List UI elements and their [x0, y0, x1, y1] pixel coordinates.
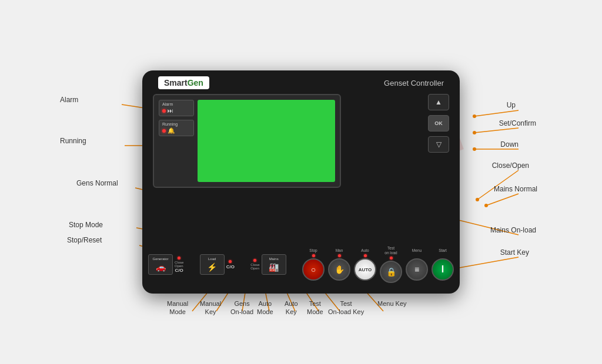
svg-point-35	[484, 204, 488, 207]
generator-icon: 🚗	[156, 262, 166, 272]
generator-relay-section: Generator 🚗 CloseOpen C/O	[148, 254, 183, 275]
ann-auto-key: AutoKey	[285, 299, 298, 316]
alarm-led	[162, 109, 166, 113]
ann-alarm: Alarm	[60, 96, 78, 105]
ann-menu-key: Menu Key	[377, 299, 407, 308]
brand-smart: Smart	[164, 78, 188, 87]
ann-mains-on-load: Mains On-load	[490, 226, 536, 235]
nav-buttons-group: ▲ OK ▽	[428, 94, 449, 153]
stop-label: Stop	[309, 248, 317, 253]
ann-close-open: Close/Open	[492, 161, 529, 171]
ann-gens-on-load: GensOn-load	[230, 299, 253, 316]
up-button[interactable]: ▲	[428, 94, 449, 110]
menu-label: Menu	[412, 248, 422, 253]
auto-label: Auto	[361, 248, 369, 253]
stop-button[interactable]: ○	[302, 258, 325, 281]
generator-relay-block: Generator 🚗	[148, 254, 173, 275]
stop-indicator-led	[312, 254, 315, 257]
lcd-screen	[198, 100, 335, 182]
alarm-label: Alarm	[162, 102, 173, 106]
ann-manual-key: ManualKey	[200, 299, 221, 316]
svg-line-26	[474, 110, 519, 116]
load-led	[229, 260, 232, 263]
man-label: Man	[336, 248, 343, 253]
gen-co: C/O	[175, 268, 183, 273]
down-button[interactable]: ▽	[428, 136, 449, 153]
load-relay-block: Load ⚡	[200, 254, 225, 275]
svg-line-34	[486, 194, 519, 205]
ann-test-on-load-key: TestOn-load Key	[328, 299, 364, 316]
controller-top-bar: SmartGen Genset Controller	[158, 76, 444, 89]
ann-mains-normal: Mains Normal	[494, 185, 537, 194]
mains-co-label: CloseOpen	[250, 263, 259, 270]
load-co-label: C/O	[226, 264, 235, 269]
test-button[interactable]: 🔒	[380, 261, 402, 283]
display-indicators: Alarm ⏭ Running 🔔	[159, 100, 194, 136]
generator-label: Generator	[152, 257, 168, 261]
test-label: Teston load	[384, 246, 397, 255]
load-co: C/O	[226, 264, 235, 269]
load-relay-section: Load ⚡ C/O	[200, 254, 235, 275]
test-indicator-led	[390, 257, 393, 259]
controller-title: Genset Controller	[384, 79, 444, 87]
man-button-group: Man ✋	[328, 248, 350, 281]
display-panel: Alarm ⏭ Running 🔔	[153, 94, 341, 188]
svg-point-33	[476, 198, 479, 201]
man-indicator-led	[338, 254, 341, 257]
svg-point-27	[473, 114, 476, 118]
ok-button[interactable]: OK	[428, 115, 449, 132]
alarm-symbol: ⏭	[168, 107, 173, 114]
gen-close-open: CloseOpen	[175, 261, 183, 268]
running-indicator: Running 🔔	[159, 120, 194, 136]
start-label: Start	[439, 248, 447, 253]
load-icon: ⚡	[207, 262, 217, 272]
auto-button[interactable]: AUTO	[354, 258, 376, 281]
ann-stop-mode: Stop Mode	[69, 221, 103, 230]
ann-start-key: Start Key	[500, 248, 529, 258]
mains-led	[253, 259, 256, 262]
auto-button-group: Auto AUTO	[354, 248, 376, 281]
brand-logo: SmartGen	[158, 76, 209, 89]
ann-manual-mode: ManualMode	[167, 299, 188, 316]
alarm-indicator: Alarm ⏭	[159, 100, 194, 116]
running-symbol: 🔔	[168, 127, 175, 134]
mains-relay-section: CloseOpen Mains 🏭	[250, 254, 286, 275]
man-button[interactable]: ✋	[328, 258, 350, 281]
stop-button-group: Stop ○	[302, 248, 325, 281]
mains-relay-block: Mains 🏭	[262, 254, 286, 275]
mains-close-open: CloseOpen	[250, 263, 259, 270]
mains-icon: 🏭	[269, 262, 279, 272]
load-label: Load	[208, 257, 216, 261]
svg-point-29	[473, 131, 476, 134]
mains-label: Mains	[269, 257, 279, 261]
ann-gens-normal: Gens Normal	[76, 179, 118, 188]
alarm-icons: ⏭	[162, 107, 173, 114]
controller-wrapper: SmartGen Genset Controller Alarm ⏭ Runni…	[31, 12, 571, 352]
svg-line-32	[477, 170, 519, 200]
button-row: Stop ○ Man ✋ Auto AUTO Tes	[302, 246, 454, 283]
menu-button-group: Menu ≡	[406, 248, 428, 281]
ann-auto-mode: AutoMode	[257, 299, 273, 316]
start-button-group: Start I	[432, 248, 454, 281]
controller-body: SmartGen Genset Controller Alarm ⏭ Runni…	[142, 70, 460, 294]
gen-led	[178, 257, 180, 259]
running-icons: 🔔	[162, 127, 175, 134]
ann-down: Down	[500, 140, 519, 150]
ann-set-confirm: Set/Confirm	[499, 119, 536, 129]
svg-line-28	[474, 128, 519, 133]
start-button[interactable]: I	[432, 258, 454, 281]
menu-button[interactable]: ≡	[406, 258, 428, 281]
ann-running: Running	[60, 137, 86, 146]
ann-stop-reset: Stop/Reset	[67, 236, 102, 245]
running-label: Running	[162, 122, 178, 126]
bottom-controls: Generator 🚗 CloseOpen C/O Load ⚡	[148, 246, 454, 283]
test-button-group: Teston load 🔒	[380, 246, 402, 283]
svg-point-31	[473, 147, 476, 151]
running-led	[162, 129, 166, 133]
auto-indicator-led	[364, 254, 367, 257]
ann-up: Up	[507, 101, 516, 110]
ann-test-mode: TestMode	[307, 299, 323, 316]
brand-gen: Gen	[188, 78, 203, 87]
gen-co-label: CloseOpen C/O	[175, 261, 183, 273]
